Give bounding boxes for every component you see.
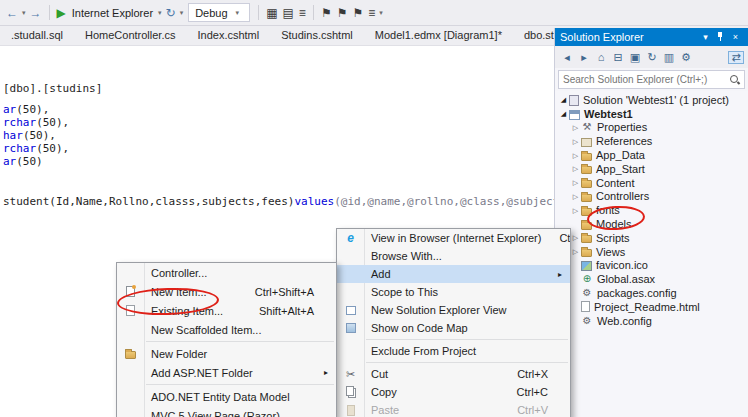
browser-select-label[interactable]: Internet Explorer: [72, 7, 153, 19]
code-text: (50): [16, 155, 43, 168]
tree-item-views[interactable]: ▷ Views: [555, 245, 748, 259]
menu-item-controller[interactable]: Controller...: [117, 263, 336, 282]
menu-item-add[interactable]: Add ▸: [337, 265, 570, 283]
chevron-collapsed-icon[interactable]: ▷: [570, 193, 581, 200]
menu-item-browse-with[interactable]: Browse With...: [337, 247, 570, 265]
tree-item-app-start[interactable]: ▷ App_Start: [555, 162, 748, 176]
solution-search-box[interactable]: [558, 70, 745, 89]
menu-item-label: Controller...: [144, 267, 320, 279]
solution-icon: [569, 95, 579, 106]
search-icon[interactable]: [730, 75, 740, 85]
tab-studall-sql[interactable]: .studall.sql: [0, 27, 74, 44]
scope-icon[interactable]: ▣: [627, 52, 643, 63]
chevron-down-icon[interactable]: ▾: [379, 9, 383, 16]
close-icon[interactable]: ×: [728, 33, 743, 42]
scissors-icon: ✂: [337, 369, 364, 380]
menu-item-paste: Paste Ctrl+V: [337, 401, 570, 417]
menu-item-exclude-from-project[interactable]: Exclude From Project: [337, 342, 570, 360]
refresh-icon[interactable]: ↻: [165, 7, 177, 19]
chevron-down-icon[interactable]: ▾: [22, 9, 26, 16]
menu-item-new-item[interactable]: New Item... Ctrl+Shift+A: [117, 282, 336, 301]
properties-icon[interactable]: ⚙: [678, 52, 694, 63]
chevron-expanded-icon[interactable]: ◢: [558, 110, 569, 117]
tab-index-cshtml[interactable]: Index.cshtml: [186, 27, 270, 44]
menu-item-label: Add ASP.NET Folder: [144, 367, 320, 379]
bookmark-icon[interactable]: ⚑: [320, 7, 333, 19]
menu-shortcut: Ctrl+X: [499, 368, 554, 380]
bookmark-prev-icon[interactable]: ⚑: [351, 7, 364, 19]
tree-item-controllers[interactable]: ▷ Controllers: [555, 190, 748, 204]
chevron-collapsed-icon[interactable]: ▷: [570, 248, 581, 255]
layout-icon[interactable]: ▤: [282, 7, 295, 19]
collapse-all-icon[interactable]: ⊟: [610, 52, 626, 63]
solution-explorer-titlebar[interactable]: Solution Explorer ▾ ×: [555, 28, 748, 46]
chevron-down-icon[interactable]: ▾: [180, 9, 184, 16]
menu-item-mvc5-view-page[interactable]: MVC 5 View Page (Razor): [117, 406, 336, 417]
tree-item-label: Properties: [597, 121, 647, 133]
show-all-files-icon[interactable]: ▥: [661, 52, 677, 63]
sync-with-active-document-icon[interactable]: ⇄: [728, 51, 744, 64]
tree-item-project-webtest1[interactable]: ◢ Webtest1: [555, 107, 748, 121]
home-icon[interactable]: ⌂: [593, 52, 609, 63]
tree-item-scripts[interactable]: ▷ Scripts: [555, 231, 748, 245]
menu-item-scope-to-this[interactable]: Scope to This: [337, 283, 570, 301]
chevron-expanded-icon[interactable]: ◢: [558, 96, 569, 103]
menu-item-new-solution-explorer-view[interactable]: New Solution Explorer View: [337, 301, 570, 319]
tree-item-global-asax[interactable]: ⊕ Global.asax: [555, 272, 748, 286]
pin-icon[interactable]: [713, 31, 728, 44]
outline-icon[interactable]: ≡: [367, 7, 376, 19]
menu-item-copy[interactable]: Copy Ctrl+C: [337, 383, 570, 401]
code-text: (50),: [36, 142, 69, 155]
menu-shortcut: Ctrl+C: [499, 386, 554, 398]
tree-item-favicon[interactable]: favicon.ico: [555, 259, 748, 273]
window-position-icon[interactable]: ▾: [698, 33, 713, 42]
menu-item-show-on-code-map[interactable]: Show on Code Map: [337, 319, 570, 337]
existing-item-icon: [117, 305, 144, 316]
navigate-forward-icon[interactable]: →: [29, 7, 43, 19]
tab-studins-cshtml[interactable]: Studins.cshtml: [270, 27, 364, 44]
menu-item-cut[interactable]: ✂ Cut Ctrl+X: [337, 365, 570, 383]
chevron-down-icon[interactable]: ▾: [158, 9, 162, 16]
chevron-collapsed-icon[interactable]: ▷: [570, 207, 581, 214]
tree-item-properties[interactable]: ▷ ⚒ Properties: [555, 121, 748, 135]
tree-item-label: Models: [596, 218, 631, 230]
menu-item-new-scaffolded-item[interactable]: New Scaffolded Item...: [117, 320, 336, 339]
config-file-icon: ⚙: [581, 288, 593, 298]
menu-item-view-in-browser[interactable]: e View in Browser (Internet Explorer) Ct…: [337, 229, 570, 247]
chevron-collapsed-icon[interactable]: ▷: [570, 138, 581, 145]
chevron-collapsed-icon[interactable]: ▷: [570, 152, 581, 159]
nav-back-icon[interactable]: ◂: [559, 52, 575, 63]
tree-item-web-config[interactable]: ⚙ Web.config: [555, 314, 748, 328]
list-icon[interactable]: ≡: [298, 7, 307, 19]
context-menu: e View in Browser (Internet Explorer) Ct…: [336, 228, 571, 417]
tree-item-models[interactable]: Models: [555, 217, 748, 231]
bookmark-next-icon[interactable]: ⚑: [336, 7, 349, 19]
refresh-icon[interactable]: ↻: [644, 52, 660, 63]
tab-homecontroller-cs[interactable]: HomeController.cs: [74, 27, 186, 44]
chevron-collapsed-icon[interactable]: ▷: [570, 234, 581, 241]
tree-item-label: Solution 'Webtest1' (1 project): [583, 94, 729, 106]
tree-item-references[interactable]: ▷ References: [555, 134, 748, 148]
tree-item-fonts[interactable]: ▷ fonts: [555, 203, 748, 217]
tree-item-content[interactable]: ▷ Content: [555, 176, 748, 190]
navigate-back-icon[interactable]: ←: [5, 7, 19, 19]
tree-item-project-readme[interactable]: Project_Readme.html: [555, 300, 748, 314]
chevron-collapsed-icon[interactable]: ▷: [570, 124, 581, 131]
start-debug-icon[interactable]: ▶: [56, 7, 67, 19]
menu-item-new-folder[interactable]: New Folder: [117, 344, 336, 363]
tree-item-label: Scripts: [596, 232, 630, 244]
menu-item-add-aspnet-folder[interactable]: Add ASP.NET Folder ▸: [117, 363, 336, 382]
chevron-collapsed-icon[interactable]: ▷: [570, 165, 581, 172]
debug-configuration-select[interactable]: Debug ▾: [188, 3, 250, 22]
chevron-collapsed-icon[interactable]: ▷: [570, 179, 581, 186]
tree-item-app-data[interactable]: ▷ App_Data: [555, 148, 748, 162]
menu-item-ado-net-entity-data-model[interactable]: ADO.NET Entity Data Model: [117, 387, 336, 406]
nav-forward-icon[interactable]: ▸: [576, 52, 592, 63]
tree-item-packages-config[interactable]: ⚙ packages.config: [555, 286, 748, 300]
grid-icon[interactable]: ▦: [265, 7, 278, 19]
search-input[interactable]: [563, 74, 730, 85]
tab-model1-edmx[interactable]: Model1.edmx [Diagram1]*: [364, 27, 513, 44]
tree-item-solution[interactable]: ◢ Solution 'Webtest1' (1 project): [555, 93, 748, 107]
menu-item-existing-item[interactable]: Existing Item... Shift+Alt+A: [117, 301, 336, 320]
submenu-arrow-icon: ▸: [320, 368, 332, 377]
